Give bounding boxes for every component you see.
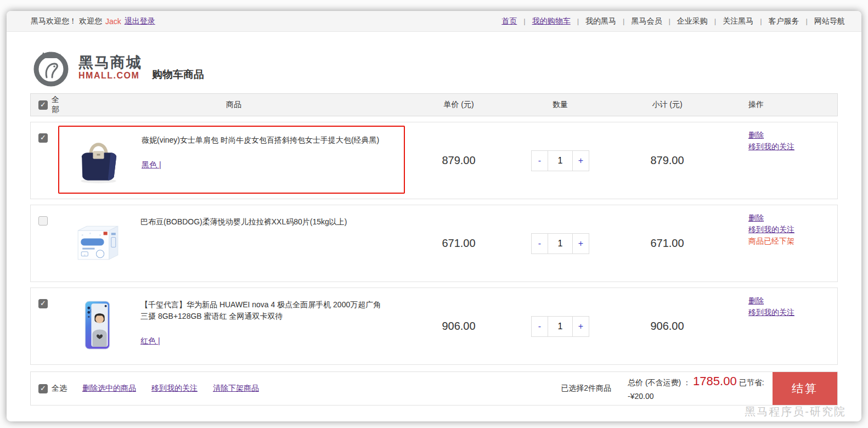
- delete-link[interactable]: 删除: [748, 295, 764, 307]
- watermark-text: 黑马程序员-研究院: [745, 404, 846, 419]
- nav-service[interactable]: 客户服务: [769, 16, 799, 26]
- move-to-favorites-link[interactable]: 移到我的关注: [748, 224, 794, 235]
- nav-divider: |: [523, 17, 525, 25]
- table-row: 巴布豆(BOBDOG)柔薄悦动婴儿拉拉裤XXL码80片(15kg以上) 671.…: [30, 205, 838, 282]
- total-label: 总价 (不含运费) ：: [628, 378, 691, 387]
- page: 黑马欢迎您！ 欢迎您 Jack 退出登录 首页| 我的购物车| 我的黑马| 黑马…: [0, 0, 868, 428]
- hmall-logo-icon[interactable]: [30, 47, 72, 88]
- product-variant-link[interactable]: 黑色 |: [142, 160, 161, 170]
- select-all-checkbox[interactable]: [38, 100, 48, 110]
- cart-footer-bar: 全选 删除选中的商品 移到我的关注 清除下架商品 已选择2件商品 总价 (不含运…: [30, 371, 838, 406]
- logout-link[interactable]: 退出登录: [125, 16, 155, 26]
- nav-follow[interactable]: 关注黑马: [723, 16, 753, 26]
- subtotal: 906.00: [612, 320, 722, 333]
- move-selected-to-favorites-link[interactable]: 移到我的关注: [151, 384, 198, 393]
- quantity-value[interactable]: 1: [548, 317, 572, 336]
- clear-off-shelf-link[interactable]: 清除下架商品: [213, 384, 259, 393]
- username-link[interactable]: Jack: [105, 17, 121, 26]
- product-image-phone: [68, 296, 126, 354]
- main-content: 黑马商城 HMALL.COM 购物车商品 全部 商品 单价 (元) 数量 小计 …: [7, 32, 861, 406]
- cart-card: 黑马欢迎您！ 欢迎您 Jack 退出登录 首页| 我的购物车| 我的黑马| 黑马…: [7, 11, 861, 421]
- increase-quantity-button[interactable]: +: [572, 317, 589, 336]
- row-checkbox[interactable]: [38, 216, 48, 226]
- product-title: 薇妮(viney)女士单肩包 时尚牛皮女包百搭斜挎包女士手提大包(经典黑): [142, 134, 379, 146]
- move-to-favorites-link[interactable]: 移到我的关注: [748, 307, 794, 318]
- delete-selected-link[interactable]: 删除选中的商品: [82, 384, 136, 393]
- page-title: 购物车商品: [152, 67, 204, 82]
- off-shelf-status: 商品已经下架: [748, 235, 794, 247]
- select-all-footer-label: 全选: [52, 384, 67, 393]
- total-value: 1785.00: [691, 374, 739, 388]
- product-title: 巴布豆(BOBDOG)柔薄悦动婴儿拉拉裤XXL码80片(15kg以上): [140, 216, 347, 228]
- subtotal: 671.00: [612, 237, 722, 250]
- product-cell-highlighted: 薇妮(viney)女士单肩包 时尚牛皮女包百搭斜挎包女士手提大包(经典黑) 黑色…: [58, 126, 405, 194]
- row-checkbox[interactable]: [38, 133, 48, 143]
- decrease-quantity-button[interactable]: -: [532, 234, 548, 254]
- move-to-favorites-link[interactable]: 移到我的关注: [748, 141, 794, 153]
- header-select-all: 全部: [31, 95, 58, 115]
- quantity-value[interactable]: 1: [548, 151, 572, 171]
- nav-home[interactable]: 首页: [501, 16, 517, 26]
- quantity-stepper: - 1 +: [531, 316, 589, 337]
- nav-divider: |: [668, 17, 670, 25]
- product-title: 【千玺代言】华为新品 HUAWEI nova 4 极点全面屏手机 2000万超广…: [140, 299, 387, 322]
- product-image-diaper-box: [68, 213, 126, 271]
- brand-name: 黑马商城: [78, 54, 142, 71]
- nav-my-heima[interactable]: 我的黑马: [585, 16, 616, 26]
- header-quantity: 数量: [508, 100, 612, 110]
- product-cell: 【千玺代言】华为新品 HUAWEI nova 4 极点全面屏手机 2000万超广…: [58, 291, 405, 357]
- nav-my-cart[interactable]: 我的购物车: [532, 16, 571, 26]
- unit-price: 671.00: [409, 237, 508, 250]
- quantity-stepper: - 1 +: [531, 233, 589, 254]
- quantity-value[interactable]: 1: [548, 234, 572, 254]
- header-unit-price: 单价 (元): [409, 100, 508, 110]
- welcome-message: 黑马欢迎您！ 欢迎您 Jack 退出登录: [31, 16, 155, 26]
- nav-divider: |: [577, 17, 579, 25]
- table-row: 薇妮(viney)女士单肩包 时尚牛皮女包百搭斜挎包女士手提大包(经典黑) 黑色…: [30, 122, 838, 199]
- product-image-handbag: [69, 131, 127, 189]
- top-bar: 黑马欢迎您！ 欢迎您 Jack 退出登录 首页| 我的购物车| 我的黑马| 黑马…: [7, 11, 861, 32]
- selected-count: 已选择2件商品: [561, 384, 611, 393]
- decrease-quantity-button[interactable]: -: [532, 151, 548, 171]
- nav-divider: |: [623, 17, 624, 25]
- delete-link[interactable]: 删除: [748, 129, 764, 141]
- header-product: 商品: [58, 100, 409, 110]
- quantity-stepper: - 1 +: [531, 150, 589, 171]
- brand-domain: HMALL.COM: [78, 71, 142, 81]
- delete-link[interactable]: 删除: [748, 212, 764, 224]
- nav-sitemap[interactable]: 网站导航: [814, 16, 845, 26]
- row-checkbox[interactable]: [38, 299, 48, 308]
- product-cell: 巴布豆(BOBDOG)柔薄悦动婴儿拉拉裤XXL码80片(15kg以上): [58, 209, 405, 274]
- nav-member[interactable]: 黑马会员: [631, 16, 662, 26]
- product-variant-link[interactable]: 红色 |: [140, 336, 160, 346]
- subtotal: 879.00: [612, 154, 722, 167]
- table-header: 全部 商品 单价 (元) 数量 小计 (元) 操作: [30, 93, 838, 116]
- decrease-quantity-button[interactable]: -: [532, 317, 548, 336]
- top-nav: 首页| 我的购物车| 我的黑马| 黑马会员| 企业采购| 关注黑马| 客户服务|…: [501, 16, 845, 26]
- brand-text: 黑马商城 HMALL.COM: [78, 54, 142, 81]
- nav-divider: |: [714, 17, 716, 25]
- unit-price: 879.00: [409, 154, 508, 167]
- welcome-text: 黑马欢迎您！ 欢迎您: [31, 16, 102, 26]
- checkout-button[interactable]: 结算: [773, 372, 837, 405]
- nav-enterprise[interactable]: 企业采购: [677, 16, 708, 26]
- unit-price: 906.00: [409, 320, 508, 333]
- nav-divider: |: [760, 17, 762, 25]
- nav-divider: |: [806, 17, 808, 25]
- select-all-checkbox-footer[interactable]: [38, 384, 48, 393]
- increase-quantity-button[interactable]: +: [572, 234, 589, 254]
- header-subtotal: 小计 (元): [612, 100, 722, 110]
- brand-row: 黑马商城 HMALL.COM 购物车商品: [30, 32, 838, 93]
- table-row: 【千玺代言】华为新品 HUAWEI nova 4 极点全面屏手机 2000万超广…: [30, 288, 838, 365]
- increase-quantity-button[interactable]: +: [572, 151, 589, 171]
- header-actions: 操作: [722, 100, 837, 110]
- totals-summary: 总价 (不含运费) ：1785.00已节省: -¥20.00: [628, 374, 767, 403]
